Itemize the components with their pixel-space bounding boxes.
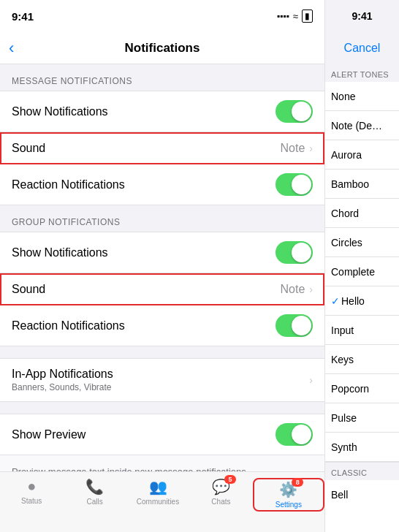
toggle-knob-grp <box>292 243 311 262</box>
back-chevron-icon: ‹ <box>9 39 14 58</box>
tone-bell-label: Bell <box>331 489 393 501</box>
chats-tab-label: Chats <box>211 498 230 506</box>
tab-status[interactable]: ● Status <box>0 478 63 505</box>
checkmark-icon: ✓ <box>331 295 340 307</box>
row-reaction-msg: Reaction Notifications <box>0 164 324 205</box>
calls-tab-label: Calls <box>86 498 102 506</box>
in-app-label-block: In-App Notifications Banners, Sounds, Vi… <box>12 368 309 392</box>
sound-msg-chevron-icon: › <box>309 142 313 154</box>
tone-input-label: Input <box>331 324 393 336</box>
status-tab-label: Status <box>21 497 42 505</box>
section-body-message: Show Notifications Sound Note › Reaction… <box>0 91 324 205</box>
sound-grp-label: Sound <box>12 283 281 296</box>
sound-grp-value: Note <box>281 283 305 296</box>
status-icons: ▪▪▪▪ ≈ ▮ <box>277 10 313 23</box>
status-time: 9:41 <box>12 10 34 23</box>
tone-hello-label: Hello <box>341 295 393 307</box>
settings-tab-label: Settings <box>276 501 302 509</box>
tone-pulse[interactable]: Pulse <box>325 403 399 433</box>
row-sound-grp[interactable]: Sound Note › <box>0 273 324 305</box>
content-area: MESSAGE NOTIFICATIONS Show Notifications… <box>0 64 324 471</box>
sound-msg-label: Sound <box>12 142 281 155</box>
tone-hello[interactable]: ✓ Hello <box>325 286 399 316</box>
communities-tab-icon: 👥 <box>149 478 167 495</box>
reaction-grp-label: Reaction Notifications <box>12 319 276 332</box>
calls-tab-icon: 📞 <box>86 478 104 495</box>
tone-none-label: None <box>331 91 393 102</box>
tab-communities[interactable]: 👥 Communities <box>126 478 189 506</box>
tone-note-default-label: Note (De… <box>331 120 393 132</box>
right-status-bar: 9:41 <box>325 0 399 32</box>
row-show-notifications-grp: Show Notifications <box>0 232 324 273</box>
in-app-sublabel: Banners, Sounds, Vibrate <box>12 382 309 392</box>
right-status-time: 9:41 <box>352 10 372 22</box>
tone-pulse-label: Pulse <box>331 412 393 424</box>
alert-tones-header: ALERT TONES <box>325 64 399 82</box>
signal-icon: ▪▪▪▪ <box>277 11 289 21</box>
section-body-in-app: In-App Notifications Banners, Sounds, Vi… <box>0 358 324 402</box>
chats-badge-container: 💬 5 <box>212 478 230 495</box>
nav-title: Notifications <box>125 41 200 56</box>
show-preview-toggle[interactable] <box>276 423 313 446</box>
tone-synth[interactable]: Synth <box>325 433 399 462</box>
tab-settings[interactable]: ⚙️ 8 Settings <box>253 478 324 512</box>
wifi-icon: ≈ <box>293 11 298 22</box>
reaction-grp-toggle[interactable] <box>276 314 313 337</box>
tones-list: None Note (De… Aurora Bamboo Chord Circl… <box>325 82 399 532</box>
tone-bamboo-label: Bamboo <box>331 178 393 190</box>
settings-badge-container: ⚙️ 8 <box>279 481 297 498</box>
tone-synth-label: Synth <box>331 441 393 453</box>
toggle-knob-reaction-grp <box>292 316 311 335</box>
tone-complete[interactable]: Complete <box>325 257 399 286</box>
row-sound-msg[interactable]: Sound Note › <box>0 132 324 164</box>
row-show-preview: Show Preview <box>0 414 324 455</box>
section-body-preview: Show Preview Preview message text inside… <box>0 414 324 471</box>
tone-none[interactable]: None <box>325 82 399 111</box>
show-preview-label: Show Preview <box>12 428 276 441</box>
tone-chord[interactable]: Chord <box>325 199 399 228</box>
show-notifications-grp-toggle[interactable] <box>276 241 313 264</box>
right-panel: 9:41 Cancel ALERT TONES None Note (De… A… <box>324 0 399 532</box>
row-in-app[interactable]: In-App Notifications Banners, Sounds, Vi… <box>0 359 324 401</box>
toggle-knob <box>292 102 311 121</box>
section-group-notifications: GROUP NOTIFICATIONS Show Notifications S… <box>0 205 324 346</box>
settings-badge: 8 <box>292 478 303 487</box>
tone-chord-label: Chord <box>331 208 393 219</box>
show-notifications-msg-toggle[interactable] <box>276 100 313 123</box>
tone-input[interactable]: Input <box>325 316 399 345</box>
right-nav: Cancel <box>325 32 399 64</box>
tone-note-default[interactable]: Note (De… <box>325 111 399 140</box>
toggle-knob-preview <box>292 425 311 444</box>
back-button[interactable]: ‹ <box>9 39 14 58</box>
row-preview-desc: Preview message text inside new message … <box>0 455 324 471</box>
show-notifications-grp-label: Show Notifications <box>12 246 276 259</box>
tone-bell[interactable]: Bell <box>325 480 399 509</box>
preview-desc-text: Preview message text inside new message … <box>12 466 248 472</box>
chats-badge: 5 <box>224 475 236 484</box>
reaction-msg-label: Reaction Notifications <box>12 178 276 191</box>
status-tab-icon: ● <box>27 478 36 495</box>
reaction-msg-toggle[interactable] <box>276 173 313 196</box>
main-panel: 9:41 ▪▪▪▪ ≈ ▮ ‹ Notifications MESSAGE NO… <box>0 0 324 532</box>
tab-chats[interactable]: 💬 5 Chats <box>189 478 252 506</box>
tone-circles[interactable]: Circles <box>325 228 399 257</box>
communities-tab-label: Communities <box>137 498 179 506</box>
row-reaction-grp: Reaction Notifications <box>0 305 324 346</box>
tone-bamboo[interactable]: Bamboo <box>325 170 399 199</box>
classic-section-header: CLASSIC <box>325 462 399 480</box>
tone-aurora[interactable]: Aurora <box>325 140 399 170</box>
sound-msg-value: Note <box>281 142 305 155</box>
section-header-message: MESSAGE NOTIFICATIONS <box>0 64 324 91</box>
section-message-notifications: MESSAGE NOTIFICATIONS Show Notifications… <box>0 64 324 205</box>
battery-icon: ▮ <box>302 10 313 23</box>
in-app-chevron-icon: › <box>309 374 313 386</box>
sound-grp-chevron-icon: › <box>309 284 313 295</box>
tone-keys[interactable]: Keys <box>325 345 399 374</box>
cancel-button[interactable]: Cancel <box>344 42 381 55</box>
tone-popcorn[interactable]: Popcorn <box>325 374 399 403</box>
tab-calls[interactable]: 📞 Calls <box>63 478 126 506</box>
tab-bar: ● Status 📞 Calls 👥 Communities 💬 5 Chats… <box>0 471 324 532</box>
nav-bar: ‹ Notifications <box>0 32 324 64</box>
toggle-knob-reaction-msg <box>292 175 311 194</box>
section-in-app: In-App Notifications Banners, Sounds, Vi… <box>0 358 324 402</box>
